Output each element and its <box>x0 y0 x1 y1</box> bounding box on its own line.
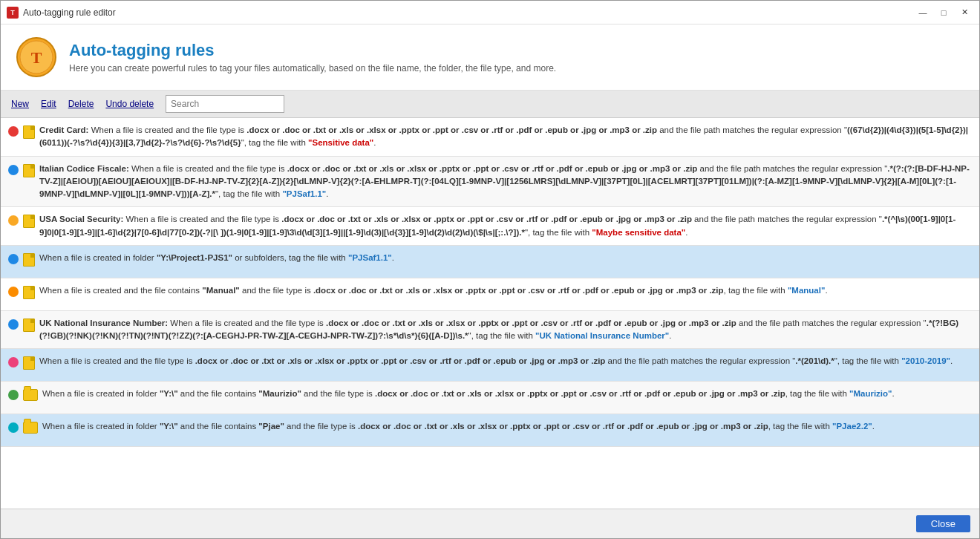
rule-status-indicator <box>8 126 19 137</box>
rule-description: When a file is created in folder "Y:\" a… <box>42 420 972 433</box>
rule-description: When a file is created and the file type… <box>39 355 972 368</box>
rule-status-indicator <box>8 422 19 433</box>
search-input[interactable] <box>166 95 284 113</box>
page-title: Auto-tagging rules <box>69 41 556 60</box>
table-row[interactable]: UK National Insurance Number: When a fil… <box>1 311 979 350</box>
window-controls: — □ ✕ <box>914 5 973 20</box>
table-row[interactable]: When a file is created in folder "Y:\" a… <box>1 414 979 447</box>
rule-description: USA Social Security: When a file is crea… <box>39 213 972 239</box>
rules-list: Credit Card: When a file is created and … <box>1 118 979 509</box>
file-icon <box>23 253 35 267</box>
file-icon <box>23 318 35 332</box>
app-logo: T <box>16 36 57 78</box>
close-title-button[interactable]: ✕ <box>956 5 973 20</box>
main-window: T Auto-tagging rule editor — □ ✕ T Auto-… <box>0 0 980 539</box>
file-icon <box>23 286 35 299</box>
close-button[interactable]: Close <box>916 515 970 532</box>
edit-button[interactable]: Edit <box>38 97 59 111</box>
table-row[interactable]: When a file is created in folder "Y:\" a… <box>1 382 979 414</box>
delete-button[interactable]: Delete <box>65 97 97 111</box>
rule-status-indicator <box>8 390 19 400</box>
svg-text:T: T <box>31 48 42 67</box>
minimize-button[interactable]: — <box>914 5 932 20</box>
rule-description: UK National Insurance Number: When a fil… <box>39 317 972 343</box>
rule-description: When a file is created in folder "Y:\" a… <box>42 388 972 400</box>
new-button[interactable]: New <box>8 97 32 111</box>
header-text: Auto-tagging rules Here you can create p… <box>69 41 556 74</box>
table-row[interactable]: USA Social Security: When a file is crea… <box>1 207 979 246</box>
titlebar: T Auto-tagging rule editor — □ ✕ <box>1 1 979 24</box>
window-title: Auto-tagging rule editor <box>23 7 914 18</box>
file-icon <box>23 164 35 177</box>
rule-status-indicator <box>8 357 19 368</box>
rule-status-indicator <box>8 254 19 264</box>
rule-description: Italian Codice Fiscale: When a file is c… <box>39 163 972 201</box>
maximize-button[interactable]: □ <box>935 5 953 20</box>
header: T Auto-tagging rules Here you can create… <box>1 24 979 91</box>
rule-status-indicator <box>8 165 19 175</box>
table-row[interactable]: When a file is created and the file cont… <box>1 278 979 311</box>
content-area: Credit Card: When a file is created and … <box>1 118 979 509</box>
undo-delete-button[interactable]: Undo delete <box>102 97 157 111</box>
page-subtitle: Here you can create powerful rules to ta… <box>69 63 556 74</box>
rule-description: When a file is created in folder "Y:\Pro… <box>39 252 972 264</box>
rule-status-indicator <box>8 287 19 297</box>
folder-icon <box>23 422 38 434</box>
rule-description: Credit Card: When a file is created and … <box>39 124 972 150</box>
table-row[interactable]: When a file is created in folder "Y:\Pro… <box>1 246 979 278</box>
table-row[interactable]: Italian Codice Fiscale: When a file is c… <box>1 157 979 208</box>
file-icon <box>23 356 35 370</box>
table-row[interactable]: Credit Card: When a file is created and … <box>1 118 979 157</box>
footer: Close <box>1 509 979 538</box>
file-icon <box>23 125 35 139</box>
table-row[interactable]: When a file is created and the file type… <box>1 349 979 382</box>
file-icon <box>23 215 35 228</box>
folder-icon <box>23 389 38 401</box>
rule-status-indicator <box>8 319 19 330</box>
rule-status-indicator <box>8 215 19 226</box>
rule-description: When a file is created and the file cont… <box>39 284 972 297</box>
app-icon: T <box>7 7 19 19</box>
toolbar: New Edit Delete Undo delete <box>1 91 979 118</box>
